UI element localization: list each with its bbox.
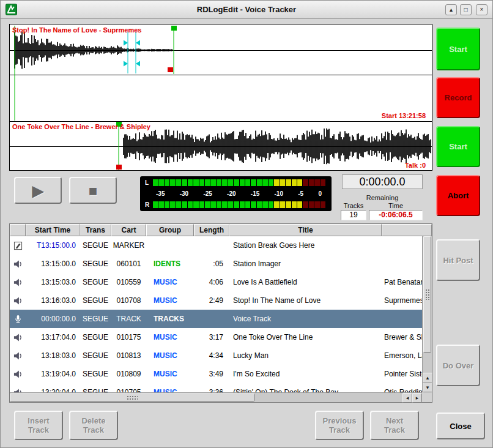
scroll-up-icon[interactable]: ▴ [423,373,432,383]
log-table: Start Time Trans Cart Group Length Title [9,223,432,403]
col-group[interactable]: Group [146,224,194,236]
remaining-tracks-label: Tracks [339,202,368,209]
scroll-down-icon[interactable]: ▾ [423,383,432,392]
play-icon: ▶ [32,186,43,195]
cell-start-time: 13:18:03.0 [26,351,80,360]
cell-start-time: 00:00:00.0 [26,315,80,323]
table-row[interactable]: 13:18:03.0 SEGUE 010813 MUSIC 4:34 Lucky… [10,346,422,365]
remaining-tracks-value: 19 [341,210,366,220]
speaker-icon [13,259,23,269]
col-title[interactable]: Title [229,224,382,236]
titlebar[interactable]: RDLogEdit - Voice Tracker ▴ □ × [1,1,492,19]
cell-start-time: 13:15:03.0 [26,278,80,286]
cell-artist: Brewer & Shipley [382,333,422,342]
row-type-icon [10,388,26,393]
row-type-icon [10,351,26,360]
scroll-right-icon[interactable]: ▸ [412,393,422,403]
table-row[interactable]: 13:16:03.0 SEGUE 010708 MUSIC 2:49 Stop!… [10,291,422,310]
cell-group: MUSIC [146,370,194,378]
col-artist[interactable] [382,224,432,236]
close-button[interactable]: Close [436,413,485,439]
speaker-icon [13,388,23,393]
cell-title: (Sittin' On) The Dock of The Bay [229,388,382,392]
col-cart[interactable]: Cart [111,224,146,236]
previous-track-button[interactable]: Previous Track [315,411,364,440]
right-channel-label: R [145,201,153,208]
col-trans[interactable]: Trans [80,224,111,236]
cell-artist: Pat Benatar [382,278,422,286]
table-header: Start Time Trans Cart Group Length Title [10,224,432,236]
track2-title: One Toke Over The Line - Brewer & Shiple… [12,123,150,130]
stop-button[interactable]: ■ [69,177,117,204]
table-row[interactable]: T13:15:00.0 SEGUE MARKER Station Break G… [10,236,422,255]
vertical-scrollbar-thumb[interactable] [423,236,431,353]
cell-length: 2:49 [194,296,229,305]
horizontal-scrollbar[interactable]: ◂ ▸ [10,392,422,402]
waveform-editor[interactable]: Stop! In The Name of Love - Suprmemes On… [9,24,432,171]
maximize-window-button[interactable]: □ [460,4,472,15]
delete-track-button[interactable]: Delete Track [69,411,118,440]
cell-title: Stop! In The Name of Love [229,296,382,305]
do-over-button[interactable]: Do Over [436,345,480,386]
cell-artist: Otis Redding [382,388,422,392]
cell-trans: SEGUE [80,241,111,250]
col-icon[interactable] [10,224,26,236]
hit-post-button[interactable]: Hit Post [436,239,480,281]
cell-length: 3:17 [194,333,229,342]
table-row[interactable]: 13:19:04.0 SEGUE 010809 MUSIC 3:49 I'm S… [10,365,422,383]
cell-cart: 010813 [111,351,146,360]
voice-tracker-window: RDLogEdit - Voice Tracker ▴ □ × Stop! In… [0,0,493,448]
cell-title: Love Is A Battlefield [229,278,382,286]
remaining-time-label: Time [369,202,423,209]
table-row[interactable]: 13:20:04.0 SEGUE 010705 MUSIC 3:36 (Sitt… [10,383,422,392]
start-track2-button[interactable]: Start [436,126,480,167]
scroll-left-icon[interactable]: ◂ [402,393,412,403]
vertical-scrollbar[interactable]: ▴ ▾ [422,236,432,392]
row-type-icon [10,259,26,269]
cell-cart: 010175 [111,333,146,342]
row-type-icon [10,241,26,250]
cell-title: One Toke Over The Line [229,333,382,342]
table-row[interactable]: 00:00:00.0 SEGUE TRACK TRACKS Voice Trac… [10,310,422,328]
col-length[interactable]: Length [194,224,229,236]
cell-start-time: 13:15:00.0 [26,259,80,268]
col-start-time[interactable]: Start Time [26,224,80,236]
cell-cart: 010708 [111,296,146,305]
waveform-canvas [10,24,432,170]
cell-length: :05 [194,259,229,268]
cell-start-time: 13:16:03.0 [26,296,80,305]
insert-track-button[interactable]: Insert Track [14,411,63,440]
window-title: RDLogEdit - Voice Tracker [1,5,492,14]
table-row[interactable]: 13:15:00.0 SEGUE 060101 IDENTS :05 Stati… [10,255,422,273]
speaker-icon [13,351,23,360]
stop-icon: ■ [89,186,98,195]
cell-group: MUSIC [146,278,194,286]
table-row[interactable]: 13:17:04.0 SEGUE 010175 MUSIC 3:17 One T… [10,328,422,346]
start-track1-button[interactable]: Start [436,28,480,70]
record-button[interactable]: Record [436,77,480,118]
speaker-icon [13,370,23,379]
cell-trans: SEGUE [80,315,111,323]
cell-trans: SEGUE [80,388,111,392]
table-body: T13:15:00.0 SEGUE MARKER Station Break G… [10,236,422,392]
talk-time-label: Talk :0 [405,162,426,169]
abort-button[interactable]: Abort [436,175,480,216]
cell-length: 4:06 [194,278,229,286]
cell-group: MUSIC [146,351,194,360]
cell-trans: SEGUE [80,259,111,268]
next-track-button[interactable]: Next Track [370,411,419,440]
horizontal-scrollbar-thumb[interactable] [10,394,254,401]
play-button[interactable]: ▶ [14,177,62,204]
cell-trans: SEGUE [80,370,111,378]
cell-title: Lucky Man [229,351,382,360]
shade-window-button[interactable]: ▴ [445,4,457,15]
cell-group: MUSIC [146,333,194,342]
table-row[interactable]: 13:15:03.0 SEGUE 010559 MUSIC 4:06 Love … [10,273,422,291]
cell-start-time: T13:15:00.0 [26,241,80,250]
cell-title: Station Imager [229,259,382,268]
cell-trans: SEGUE [80,351,111,360]
close-window-button[interactable]: × [476,4,487,15]
cell-length: 3:49 [194,370,229,378]
row-type-icon [10,370,26,379]
cell-group: MUSIC [146,388,194,392]
